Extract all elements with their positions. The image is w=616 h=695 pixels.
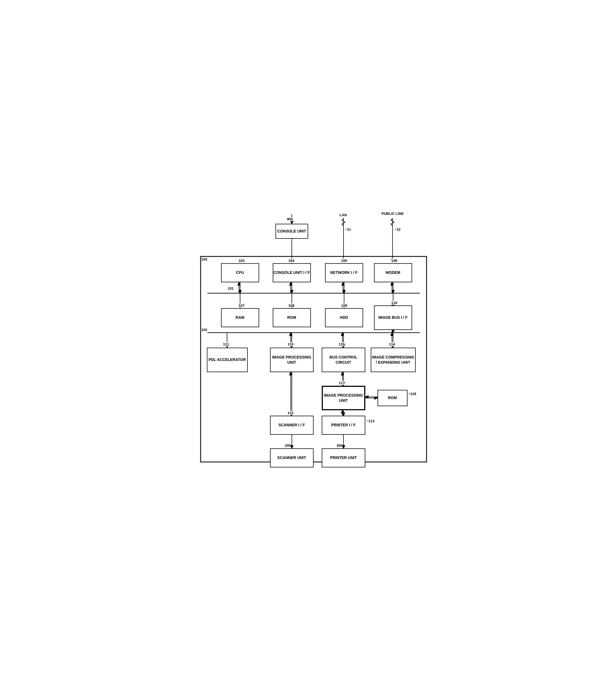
console-unit-if-box: CONSOLE UNIT I / F [273,263,311,282]
ref-12: ~12 [395,227,401,232]
ref-101: 101 [228,286,234,290]
rom1-box: ROM [273,308,311,327]
scanner-unit-label: SCANNER UNIT [277,455,306,460]
image-bus-if-box: IMAGE BUS I / F [374,305,412,330]
ref-118: ~118 [408,392,416,396]
ref-103: 103 [239,259,245,263]
ref-113: ~113 [367,419,375,423]
hdd-label: HDD [340,315,348,320]
printer-unit-label: PRINTER UNIT [330,455,357,460]
image-compressing-label: IMAGE COMPRESSING / EXPANDING UNIT [371,355,415,365]
printer-unit-box: PRINTER UNIT [322,448,365,468]
ref-106: 106 [391,259,397,263]
image-processing-unit2-box: IMAGE PROCESSING UNIT [322,386,365,410]
ref-112: 112 [288,411,294,415]
console-unit-if-label: CONSOLE UNIT I / F [274,270,310,275]
cpu-box: CPU [221,263,259,282]
ref-114: 114 [389,342,395,346]
ref-11: ~11 [345,227,351,232]
hdd-box: HDD [325,308,363,327]
ram-label: RAM [236,315,244,320]
ref-200: 200 [285,443,291,447]
image-processing-unit2-label: IMAGE PROCESSING UNIT [323,393,364,403]
pdl-accelerator-box: PDL ACCELERATOR [207,348,248,372]
scanner-if-box: SCANNER I / F [270,416,313,435]
scanner-unit-box: SCANNER UNIT [270,448,313,468]
image-compressing-box: IMAGE COMPRESSING / EXPANDING UNIT [371,348,416,372]
rom2-box: ROM [378,390,408,406]
ref-109: 109 [341,304,347,308]
ref-400: 400 [287,217,293,221]
pdl-accelerator-label: PDL ACCELERATOR [208,357,246,362]
network-if-label: NETWORK I / F [330,270,357,275]
scanner-if-label: SCANNER I / F [278,423,305,427]
bus-control-circuit-label: BUS CONTROL CIRCUIT [322,355,365,365]
ram-box: RAM [221,308,259,327]
console-unit-top-label: CONSOLE UNIT [277,229,306,234]
printer-if-label: PRINTER I / F [331,423,356,427]
public-line-label: PUBLIC LINE [382,211,404,216]
modem-label: MODEM [386,270,400,275]
ref-110: 110 [391,301,397,305]
printer-if-box: PRINTER I / F [322,416,365,435]
network-if-box: NETWORK I / F [325,263,363,282]
image-bus-if-label: IMAGE BUS I / F [378,315,408,320]
lan-label: LAN [340,213,347,217]
ref-108: 108 [289,304,294,308]
bus-control-circuit-box: BUS CONTROL CIRCUIT [322,348,365,372]
ref-300: 300 [337,443,343,447]
ref-105: 105 [341,259,347,263]
console-unit-top-box: CONSOLE UNIT [275,224,308,239]
cpu-label: CPU [236,270,244,275]
ref-107: 107 [239,304,245,308]
ref-100: 100 [202,257,207,261]
ref-102: 102 [202,328,207,332]
modem-box: MODEM [374,263,412,282]
ref-111: 111 [223,342,229,346]
ref-115: 115 [288,342,294,346]
rom2-label: ROM [388,395,397,400]
ref-116: 116 [339,342,345,346]
diagram-container: CONSOLE UNIT 400 LAN ~11 PUBLIC LINE ~12… [186,209,431,487]
image-processing-unit1-label: IMAGE PROCESSING UNIT [271,355,313,365]
ref-117: 117 [339,381,345,385]
image-processing-unit1-box: IMAGE PROCESSING UNIT [270,348,313,372]
ref-104: 104 [289,259,294,263]
rom1-label: ROM [287,315,296,320]
